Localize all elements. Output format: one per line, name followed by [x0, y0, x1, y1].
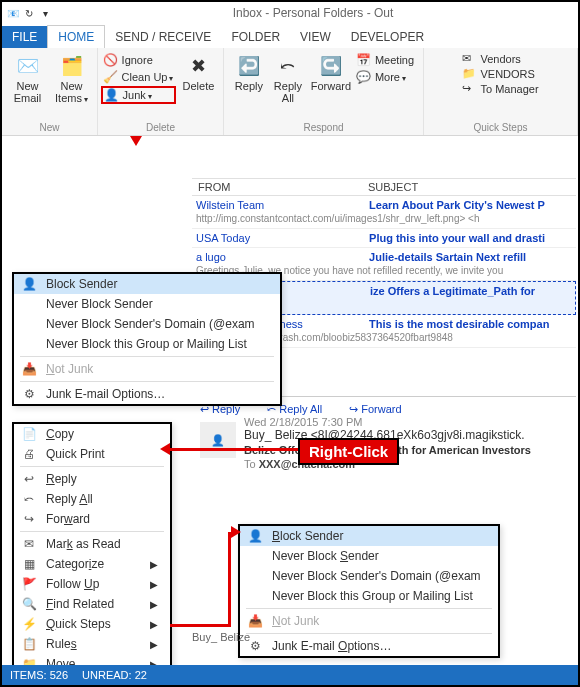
- tomanager-icon: ↪: [462, 82, 476, 96]
- qa-dropdown-icon[interactable]: ▾: [38, 6, 52, 20]
- menu-separator: [246, 633, 492, 634]
- find-icon: 🔍: [20, 597, 38, 611]
- menu-block-sender[interactable]: 👤Block Sender: [14, 274, 280, 294]
- tab-developer[interactable]: DEVELOPER: [341, 26, 434, 48]
- junk-label: Junk: [123, 89, 152, 101]
- sub-never-block-group[interactable]: Never Block this Group or Mailing List: [240, 586, 498, 606]
- menu-label: Rules: [46, 637, 77, 651]
- junk-options-icon: ⚙: [20, 387, 38, 401]
- menu-separator: [20, 356, 274, 357]
- group-respond-label: Respond: [303, 122, 343, 135]
- menu-never-block-domain[interactable]: Never Block Sender's Domain (@exam: [14, 314, 280, 334]
- ctx-follow-up[interactable]: 🚩Follow Up▶: [14, 574, 170, 594]
- ctx-mark-read[interactable]: ✉Mark as Read: [14, 534, 170, 554]
- menu-label: Junk E-mail Options…: [46, 387, 165, 401]
- menu-label: Not Junk: [272, 614, 319, 628]
- quickstep-tomanager[interactable]: ↪To Manager: [462, 82, 538, 96]
- cleanup-button[interactable]: 🧹Clean Up: [101, 69, 177, 85]
- move-icon: 📁: [20, 657, 38, 665]
- submenu-arrow-icon: ▶: [150, 599, 158, 610]
- forward-button[interactable]: ↪️Forward: [308, 50, 354, 92]
- rules-icon: 📋: [20, 637, 38, 651]
- sub-junk-options[interactable]: ⚙Junk E-mail Options…: [240, 636, 498, 656]
- annotation-arrow: [228, 532, 231, 627]
- tab-folder[interactable]: FOLDER: [221, 26, 290, 48]
- ctx-quick-steps[interactable]: ⚡Quick Steps▶: [14, 614, 170, 634]
- copy-icon: 📄: [20, 427, 38, 441]
- reply-all-button[interactable]: ⤺Reply All: [268, 50, 308, 104]
- menu-label: Follow Up: [46, 577, 99, 591]
- ignore-button[interactable]: 🚫Ignore: [101, 52, 177, 68]
- menu-label: Mark as Read: [46, 537, 121, 551]
- menu-label: Move: [46, 657, 75, 665]
- qs-vendors-link-label: Vendors: [480, 53, 520, 65]
- more-respond-button[interactable]: 💬More: [354, 69, 417, 85]
- pane-forward[interactable]: ↪ Forward: [349, 403, 413, 415]
- meeting-button[interactable]: 📅Meeting: [354, 52, 417, 68]
- ribbon: ✉️ New Email 🗂️ New Items New 🚫Ignore 🧹C…: [2, 48, 578, 136]
- menu-never-block-sender[interactable]: Never Block Sender: [14, 294, 280, 314]
- more-label: More: [375, 71, 406, 83]
- menu-label: Never Block Sender: [272, 549, 379, 563]
- new-email-icon: ✉️: [16, 54, 40, 78]
- tab-file[interactable]: FILE: [2, 26, 47, 48]
- ctx-copy[interactable]: 📄Copy: [14, 424, 170, 444]
- quickstep-vendors-link[interactable]: ✉Vendors: [462, 52, 538, 66]
- msg-from: USA Today: [196, 231, 366, 245]
- sub-never-block-sender[interactable]: Never Block Sender: [240, 546, 498, 566]
- reply-label: Reply: [235, 80, 263, 92]
- annotation-arrow-head: [231, 526, 241, 538]
- vendors-link-icon: ✉: [462, 52, 476, 66]
- print-icon: 🖨: [20, 447, 38, 461]
- col-subject[interactable]: SUBJECT: [362, 179, 424, 195]
- msg-subject: ize Offers a Legitimate_Path for: [370, 285, 535, 297]
- sub-never-block-domain[interactable]: Never Block Sender's Domain (@exam: [240, 566, 498, 586]
- vendors-folder-icon: 📁: [462, 67, 476, 81]
- tab-send-receive[interactable]: SEND / RECEIVE: [105, 26, 221, 48]
- junk-button[interactable]: 👤Junk: [101, 86, 177, 104]
- ctx-reply[interactable]: ↩Reply: [14, 469, 170, 489]
- ctx-forward[interactable]: ↪Forward: [14, 509, 170, 529]
- quickstep-vendors-folder[interactable]: 📁VENDORS: [462, 67, 538, 81]
- submenu-arrow-icon: ▶: [150, 619, 158, 630]
- list-item[interactable]: Wilstein Team Learn About Park City's Ne…: [192, 196, 576, 229]
- cleanup-icon: 🧹: [104, 70, 118, 84]
- msg-subject: This is the most desirable compan: [369, 318, 549, 330]
- ctx-categorize[interactable]: ▦Categorize▶: [14, 554, 170, 574]
- send-receive-qa-icon[interactable]: ↻: [22, 6, 36, 20]
- group-delete-label: Delete: [146, 122, 175, 135]
- delete-button[interactable]: ✖ Delete: [176, 50, 220, 92]
- ctx-find-related[interactable]: 🔍Find Related▶: [14, 594, 170, 614]
- ctx-reply-all[interactable]: ⤺Reply All: [14, 489, 170, 509]
- menu-label: Quick Steps: [46, 617, 111, 631]
- outlook-icon: 📧: [6, 6, 20, 20]
- msg-subject: Julie-details Sartain Next refill: [369, 251, 526, 263]
- annotation-arrow-head: [130, 136, 142, 146]
- tab-view[interactable]: VIEW: [290, 26, 341, 48]
- reply-all-icon: ⤺: [276, 54, 300, 78]
- list-item[interactable]: USA Today Plug this into your wall and d…: [192, 229, 576, 248]
- menu-never-block-group[interactable]: Never Block this Group or Mailing List: [14, 334, 280, 354]
- menu-separator: [20, 531, 164, 532]
- annotation-arrow-head: [160, 443, 170, 455]
- sub-block-sender[interactable]: 👤Block Sender: [240, 526, 498, 546]
- meeting-icon: 📅: [357, 53, 371, 67]
- ctx-move[interactable]: 📁Move▶: [14, 654, 170, 665]
- tab-home[interactable]: HOME: [47, 25, 105, 48]
- menu-junk-options[interactable]: ⚙Junk E-mail Options…: [14, 384, 280, 404]
- menu-label: Reply All: [46, 492, 93, 506]
- forward-icon: ↪: [20, 512, 38, 526]
- msg-from: Wilstein Team: [196, 198, 366, 212]
- ctx-rules[interactable]: 📋Rules▶: [14, 634, 170, 654]
- col-from[interactable]: FROM: [192, 179, 362, 195]
- new-email-button[interactable]: ✉️ New Email: [6, 50, 50, 104]
- ctx-quick-print[interactable]: 🖨Quick Print: [14, 444, 170, 464]
- junk-icon: 👤: [105, 88, 119, 102]
- new-items-button[interactable]: 🗂️ New Items: [50, 50, 94, 106]
- reply-icon: ↩️: [237, 54, 261, 78]
- ignore-label: Ignore: [122, 54, 153, 66]
- reply-button[interactable]: ↩️Reply: [230, 50, 268, 92]
- annotation-right-click: Right-Click: [298, 438, 399, 465]
- status-items: ITEMS: 526: [10, 669, 68, 681]
- menu-label: Quick Print: [46, 447, 105, 461]
